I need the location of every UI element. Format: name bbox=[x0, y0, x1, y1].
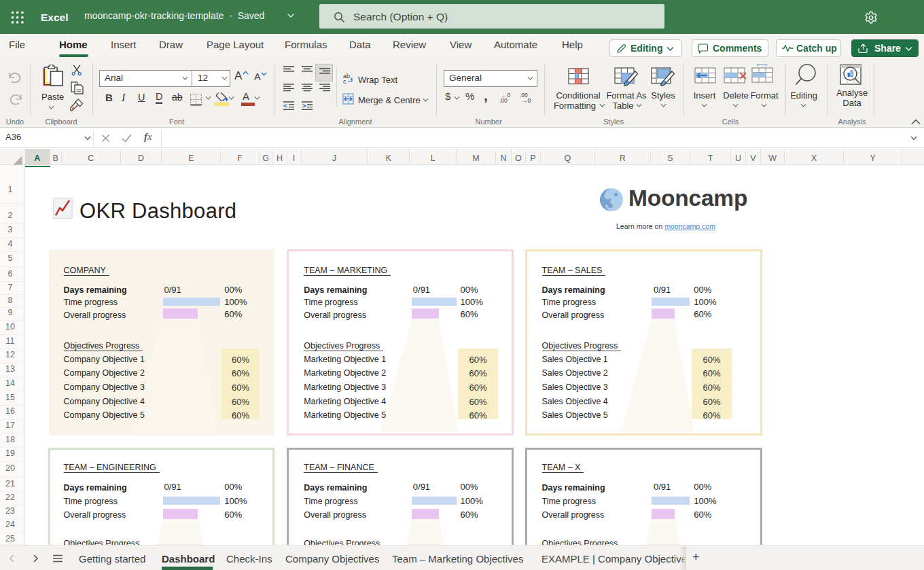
svg-text:c: c bbox=[343, 78, 346, 84]
svg-text:.00: .00 bbox=[499, 97, 508, 103]
svg-text:→0: →0 bbox=[522, 97, 531, 103]
